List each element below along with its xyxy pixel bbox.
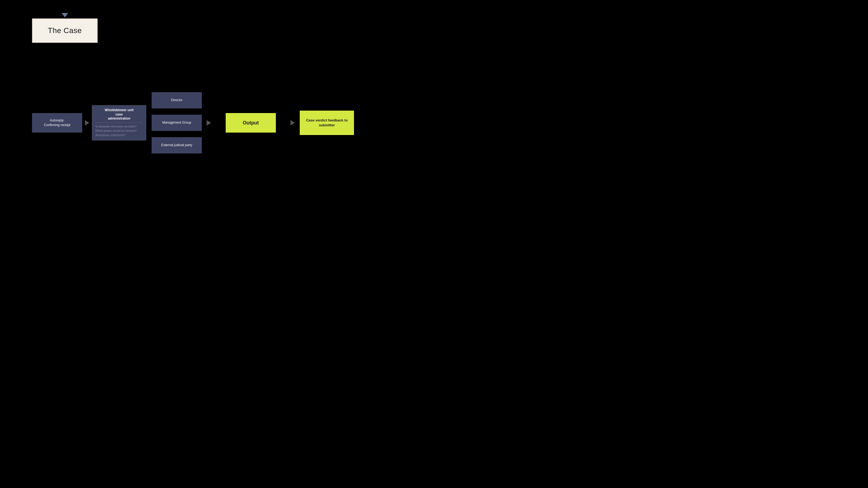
diagram-container: The Case Autoreply:Confirming receipt Wh… [0, 0, 434, 244]
external-judicial-box: External judicial party [152, 137, 202, 154]
verdict-box: Case verdict feedback to submitter [300, 110, 354, 135]
autoreply-box: Autoreply:Confirming receipt [32, 113, 82, 133]
director-label: Director [171, 98, 182, 102]
arrow-3-icon [290, 120, 295, 126]
arrow-2-icon [207, 120, 211, 126]
stakeholders-column: Director Management Group Output [152, 92, 354, 154]
external-judicial-label: External judicial party [161, 143, 192, 148]
whistleblower-box: Whistleblower unitcaseadministration Is … [92, 105, 146, 140]
the-case-label: The Case [48, 26, 82, 35]
director-box: Director [152, 92, 202, 108]
arrow-2 [204, 118, 214, 128]
arrow-1 [82, 118, 92, 128]
management-group-box: Management Group [152, 115, 202, 131]
whistleblower-title: Whistleblower unitcaseadministration [95, 108, 143, 123]
the-case-arrow-down-icon [62, 13, 68, 18]
the-case-box: The Case [32, 19, 98, 43]
arrow-3 [288, 118, 298, 128]
management-group-label: Management Group [162, 121, 191, 125]
autoreply-label: Autoreply:Confirming receipt [44, 118, 70, 127]
whistleblower-questions: Is adequate information provided? Which … [95, 124, 143, 137]
the-case-wrapper: The Case [32, 13, 98, 43]
verdict-label: Case verdict feedback to submitter [304, 118, 350, 128]
output-box: Output [226, 113, 276, 133]
flow-row: Autoreply:Confirming receipt Whistleblow… [32, 92, 354, 154]
output-label: Output [243, 120, 259, 126]
arrow-1-icon [85, 120, 89, 126]
